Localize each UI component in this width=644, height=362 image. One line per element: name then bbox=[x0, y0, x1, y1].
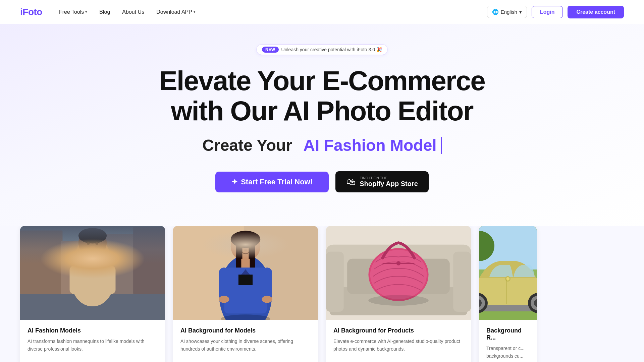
svg-rect-23 bbox=[241, 259, 250, 269]
chevron-down-icon-2: ▾ bbox=[194, 10, 196, 14]
svg-rect-34 bbox=[238, 275, 253, 286]
svg-marker-26 bbox=[246, 269, 253, 278]
create-account-button[interactable]: Create account bbox=[568, 6, 624, 18]
card-bg-removal: Background R... Transparent or c... back… bbox=[479, 226, 537, 362]
shopify-button[interactable]: 🛍 FIND IT ON THE Shopify App Store bbox=[335, 171, 429, 192]
globe-icon: 🌐 bbox=[492, 9, 499, 15]
shopify-big-label: Shopify App Store bbox=[360, 180, 418, 188]
svg-rect-1 bbox=[20, 231, 62, 294]
hero-subtitle: Create Your AI Fashion Model bbox=[202, 136, 441, 155]
card-fashion-models: AI Fashion Models AI transforms fashion … bbox=[20, 226, 165, 362]
sparkle-icon: ✦ bbox=[231, 178, 237, 186]
nav-links: Free Tools ▾ Blog About Us Download APP … bbox=[54, 6, 200, 18]
svg-rect-11 bbox=[88, 255, 97, 265]
svg-rect-24 bbox=[224, 268, 267, 314]
language-selector[interactable]: 🌐 English ▾ bbox=[487, 6, 527, 18]
svg-point-32 bbox=[248, 246, 251, 248]
svg-point-18 bbox=[219, 255, 272, 320]
svg-rect-28 bbox=[262, 268, 272, 300]
card-body-1: AI Fashion Models AI transforms fashion … bbox=[20, 320, 165, 361]
shopify-label-container: FIND IT ON THE Shopify App Store bbox=[360, 176, 418, 188]
svg-point-66 bbox=[506, 277, 509, 281]
card-bg-models: AI Background for Models AI showcases yo… bbox=[173, 226, 318, 362]
language-label: English bbox=[501, 9, 517, 15]
svg-rect-3 bbox=[105, 234, 137, 294]
card-desc-2: AI showcases your clothing in diverse sc… bbox=[180, 338, 311, 353]
logo[interactable]: iFoto bbox=[20, 7, 42, 17]
navbar: iFoto Free Tools ▾ Blog About Us Downloa… bbox=[0, 0, 644, 24]
svg-point-20 bbox=[231, 231, 261, 248]
chevron-down-icon: ▾ bbox=[85, 10, 87, 14]
subtitle-animated: AI Fashion Model bbox=[303, 136, 436, 155]
svg-rect-21 bbox=[236, 241, 243, 277]
trial-label: Start Free Trial Now! bbox=[241, 178, 313, 186]
login-button[interactable]: Login bbox=[532, 6, 563, 18]
svg-rect-0 bbox=[20, 226, 165, 320]
svg-point-7 bbox=[78, 229, 107, 257]
subtitle-static: Create Your bbox=[202, 136, 292, 155]
svg-point-15 bbox=[90, 246, 96, 248]
card-image-1 bbox=[20, 226, 165, 320]
card-body-2: AI Background for Models AI showcases yo… bbox=[173, 320, 318, 361]
svg-marker-25 bbox=[238, 269, 246, 278]
badge-tag: NEW bbox=[262, 47, 279, 53]
cards-section: AI Fashion Models AI transforms fashion … bbox=[0, 226, 644, 362]
shopify-icon: 🛍 bbox=[346, 176, 356, 187]
svg-point-8 bbox=[71, 257, 114, 307]
cta-row: ✦ Start Free Trial Now! 🛍 FIND IT ON THE… bbox=[215, 171, 429, 192]
svg-rect-27 bbox=[219, 268, 229, 300]
svg-point-46 bbox=[396, 261, 401, 266]
card-body-3: AI Background for Products Elevate e-com… bbox=[326, 320, 471, 361]
svg-rect-4 bbox=[133, 227, 165, 294]
card-image-3 bbox=[326, 226, 471, 320]
svg-rect-40 bbox=[453, 252, 471, 312]
nav-download-app[interactable]: Download APP ▾ bbox=[152, 6, 200, 18]
svg-rect-5 bbox=[20, 294, 165, 320]
nav-free-tools[interactable]: Free Tools ▾ bbox=[54, 6, 92, 18]
nav-about-us[interactable]: About Us bbox=[117, 6, 149, 18]
svg-rect-2 bbox=[61, 241, 89, 294]
svg-rect-22 bbox=[249, 241, 255, 277]
trial-button[interactable]: ✦ Start Free Trial Now! bbox=[215, 172, 329, 192]
navbar-right: 🌐 English ▾ Login Create account bbox=[487, 6, 624, 18]
cursor-blink bbox=[441, 137, 442, 154]
shopify-small-label: FIND IT ON THE bbox=[360, 176, 418, 180]
svg-rect-17 bbox=[173, 226, 244, 320]
svg-point-33 bbox=[244, 249, 247, 251]
card-desc-1: AI transforms fashion mannequins to life… bbox=[28, 338, 158, 353]
svg-point-6 bbox=[73, 234, 112, 305]
card-title-1: AI Fashion Models bbox=[28, 327, 158, 334]
card-body-4: Background R... Transparent or c... back… bbox=[479, 320, 537, 362]
svg-point-29 bbox=[219, 296, 229, 303]
svg-point-13 bbox=[87, 242, 90, 245]
svg-point-14 bbox=[95, 242, 98, 245]
svg-rect-16 bbox=[173, 226, 318, 320]
svg-rect-10 bbox=[107, 266, 115, 294]
card-image-2 bbox=[173, 226, 318, 320]
navbar-left: iFoto Free Tools ▾ Blog About Us Downloa… bbox=[20, 6, 200, 18]
svg-point-30 bbox=[262, 296, 272, 303]
chevron-down-icon-lang: ▾ bbox=[519, 9, 522, 15]
svg-rect-9 bbox=[70, 266, 78, 294]
nav-blog[interactable]: Blog bbox=[95, 6, 115, 18]
card-title-2: AI Background for Models bbox=[180, 327, 311, 334]
card-image-4 bbox=[479, 226, 537, 320]
svg-rect-61 bbox=[479, 278, 537, 305]
card-title-4: Background R... bbox=[486, 327, 529, 341]
badge-text: Unleash your creative potential with iFo… bbox=[281, 47, 382, 52]
card-desc-3: Elevate e-commerce with AI-generated stu… bbox=[333, 338, 464, 353]
hero-section: NEW Unleash your creative potential with… bbox=[0, 24, 644, 226]
svg-point-47 bbox=[368, 295, 428, 306]
svg-rect-39 bbox=[326, 252, 344, 312]
new-badge: NEW Unleash your creative potential with… bbox=[256, 44, 388, 55]
hero-title: Elevate Your E-Commerce with Our AI Phot… bbox=[159, 66, 485, 126]
card-title-3: AI Background for Products bbox=[333, 327, 464, 334]
svg-point-19 bbox=[231, 232, 261, 261]
svg-point-31 bbox=[240, 246, 243, 248]
card-desc-4: Transparent or c... backgrounds cu... bbox=[486, 345, 529, 360]
svg-point-35 bbox=[221, 315, 270, 320]
svg-point-12 bbox=[78, 228, 107, 244]
card-bg-products: AI Background for Products Elevate e-com… bbox=[326, 226, 471, 362]
